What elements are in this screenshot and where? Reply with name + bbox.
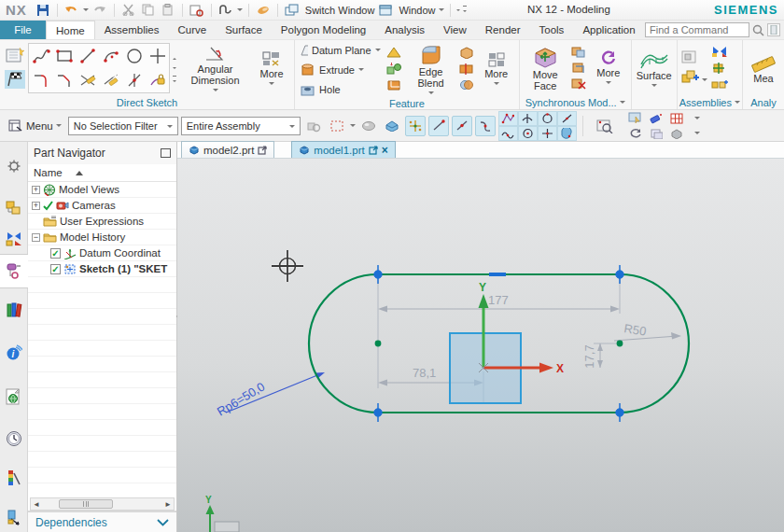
assemblies-dropdown-arrow[interactable] [702,78,707,84]
tab-curve[interactable]: Curve [169,21,217,39]
snap-existing-point-icon[interactable] [557,111,577,126]
extrude-button[interactable]: Extrude [299,61,382,78]
horizontal-scrollbar[interactable]: ◄ ► [30,497,175,511]
draft-icon[interactable] [386,47,403,61]
scroll-down-icon[interactable] [173,67,176,71]
direct-sketch-more-button[interactable]: More [251,41,292,95]
datum-plane-button[interactable]: Datum Plane [299,41,382,59]
snap-face-icon[interactable] [557,126,577,141]
repeat-command-icon[interactable] [217,2,234,18]
snap-endpoint-icon[interactable] [428,116,449,136]
layer-settings-icon[interactable] [646,126,666,141]
make-corner-icon[interactable] [122,68,146,92]
dimension-radius-rp6[interactable]: Rp6=50,0 [215,372,325,419]
minimize-ribbon-icon[interactable] [456,9,460,13]
shell-icon[interactable] [386,78,403,92]
rectangle-icon[interactable] [52,44,76,68]
offset-region-icon[interactable] [571,62,586,76]
document-tab-model2[interactable]: model2.prt [181,141,274,158]
grid-dropdown-arrow[interactable] [687,111,707,126]
trim-icon[interactable] [76,68,99,92]
pan-icon[interactable] [625,111,646,126]
synchronous-more-button[interactable]: More [588,41,629,95]
selection-filter-dropdown[interactable]: No Selection Filter [68,117,178,135]
menu-button[interactable]: Menu [5,115,65,137]
select-dropdown-arrow[interactable] [350,124,356,130]
hd3d-tools-icon[interactable] [0,382,28,413]
pattern-component-icon[interactable] [711,78,728,91]
rendering-dropdown-arrow[interactable] [687,126,707,141]
constraint-navigator-icon[interactable] [0,224,28,255]
tab-surface[interactable]: Surface [216,21,272,39]
history-icon[interactable] [0,424,28,455]
resource-bar-options-icon[interactable] [0,151,28,182]
touch-mode-icon[interactable] [255,2,272,18]
tree-item-user-expressions[interactable]: User Expressions [28,214,176,230]
assembly-navigator-icon[interactable] [0,193,28,224]
trim-body-icon[interactable] [459,63,474,77]
feature-more-button[interactable]: More [476,43,517,97]
expand-icon[interactable]: + [32,202,40,210]
checkbox-checked[interactable]: ✓ [50,248,61,259]
replace-face-icon[interactable] [571,46,586,60]
pattern-feature-icon[interactable] [386,63,403,77]
redo-icon[interactable] [91,2,108,18]
name-column-header[interactable]: Name [28,164,176,182]
select-assembly-icon[interactable] [303,116,324,136]
hole-button[interactable]: Hole [299,80,382,98]
sketch-viewport[interactable]: 177 78,1 R50 [177,159,784,532]
snap-circle-icon[interactable] [538,111,557,126]
line-icon[interactable] [76,44,99,68]
window-dropdown-arrow[interactable] [439,8,444,14]
collapse-icon[interactable]: − [32,233,40,242]
dimension-height-17-7[interactable]: 17,7 [582,343,618,369]
scroll-left-icon[interactable]: ◄ [31,500,42,509]
boolean-icon[interactable] [459,78,474,92]
right-arc-center-point[interactable] [617,341,623,347]
visual-reports-icon[interactable] [0,463,28,494]
finish-sketch-icon[interactable] [5,70,25,91]
tab-application[interactable]: Application [573,21,644,39]
find-component-icon[interactable] [681,50,700,67]
delete-face-icon[interactable] [571,77,586,91]
highlight-icon[interactable] [358,116,379,136]
tree-item-model-history[interactable]: − Model History [28,230,176,245]
chamfer-feature-icon[interactable] [459,47,474,61]
eraser-icon[interactable] [646,111,666,126]
constraint-assembly-icon[interactable] [711,45,728,60]
reuse-library-icon[interactable] [0,294,28,325]
part-navigator-icon[interactable] [0,254,28,288]
point-icon[interactable] [146,44,169,68]
search-icon[interactable] [752,24,764,36]
fillet-icon[interactable] [29,68,52,92]
command-finder-icon[interactable] [189,2,205,18]
sketch-icon[interactable] [5,46,25,66]
show-hide-icon[interactable] [382,116,402,136]
expand-icon[interactable]: + [32,186,40,194]
snap-midpoint-icon[interactable] [452,116,472,136]
save-icon[interactable] [35,2,51,18]
tree-item-cameras[interactable]: + Cameras [28,198,176,214]
copy-icon[interactable] [140,2,157,18]
tab-file[interactable]: File [0,21,46,39]
tab-view[interactable]: View [434,21,476,39]
refresh-icon[interactable] [625,126,646,141]
circle-icon[interactable] [122,44,146,68]
cut-icon[interactable] [120,2,137,18]
undock-panel-icon[interactable] [161,148,171,158]
undo-icon[interactable] [63,2,80,18]
scroll-right-icon[interactable]: ► [162,500,174,509]
checkbox-checked[interactable]: ✓ [50,264,61,274]
angular-dimension-button[interactable]: Angular Dimension [179,41,251,95]
rendering-style-icon[interactable] [666,126,687,141]
arc-icon[interactable] [99,44,122,68]
paste-icon[interactable] [160,2,176,18]
customize-qat-icon[interactable] [463,6,467,14]
undock-tab-icon[interactable] [369,146,378,155]
tab-tools[interactable]: Tools [530,21,574,39]
tab-render[interactable]: Render [476,21,530,39]
snap-curve-icon[interactable] [475,116,496,136]
window-label[interactable]: Window [399,5,435,16]
selection-scope-dropdown[interactable]: Entire Assembly [181,117,301,135]
dimension-radius-r50[interactable]: R50 [614,321,681,341]
